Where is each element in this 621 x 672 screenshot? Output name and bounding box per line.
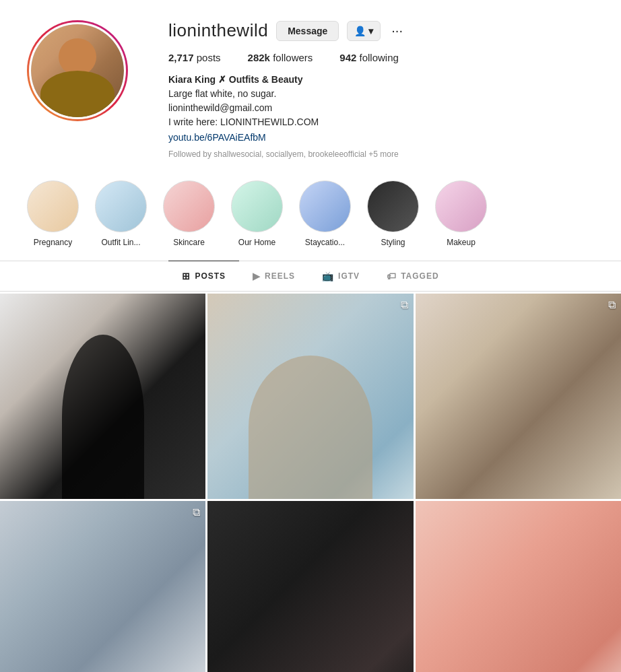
posts-stat[interactable]: 2,717 posts xyxy=(168,52,221,63)
following-label: following xyxy=(360,52,399,63)
post-item-2[interactable]: ⧉ xyxy=(207,294,413,499)
tab-icon-reels: ▶ xyxy=(253,271,261,281)
profile-section: lioninthewild Message 👤 ▾ ··· 2,717 post… xyxy=(0,0,621,174)
highlight-item-outfit[interactable]: Outfit Lin... xyxy=(95,180,147,247)
avatar-wrapper xyxy=(27,20,128,121)
avatar xyxy=(29,22,126,119)
highlights-row: PregnancyOutfit Lin...SkincareOur HomeSt… xyxy=(27,180,594,247)
bio-line2: I write here: LIONINTHEWILD.COM xyxy=(168,115,594,129)
tab-reels[interactable]: ▶REELS xyxy=(239,261,308,291)
followers-stat[interactable]: 282k followers xyxy=(248,52,313,63)
follow-icon: 👤 xyxy=(354,26,366,36)
tab-icon-igtv: 📺 xyxy=(322,271,334,281)
bio-name: Kiara King ✗ Outfits & Beauty xyxy=(168,73,594,87)
tab-icon-tagged: 🏷 xyxy=(387,271,397,281)
post-item-6[interactable] xyxy=(416,501,621,672)
more-options-button[interactable]: ··· xyxy=(389,23,405,38)
tab-label-tagged: TAGGED xyxy=(401,271,438,281)
profile-top: lioninthewild Message 👤 ▾ ··· xyxy=(168,20,594,41)
post-overlay-icon-4: ⧉ xyxy=(193,506,200,518)
stats-row: 2,717 posts 282k followers 942 following xyxy=(168,52,594,63)
username: lioninthewild xyxy=(168,20,268,41)
tab-tagged[interactable]: 🏷TAGGED xyxy=(373,261,452,291)
following-count: 942 xyxy=(339,52,356,63)
tab-posts[interactable]: ⊞POSTS xyxy=(168,261,239,291)
highlight-item-staycation[interactable]: Staycatio... xyxy=(299,180,351,247)
highlight-label-styling: Styling xyxy=(381,238,405,247)
follow-button[interactable]: 👤 ▾ xyxy=(347,21,381,41)
tab-icon-posts: ⊞ xyxy=(182,271,191,281)
tabs-section: ⊞POSTS▶REELS📺IGTV🏷TAGGED xyxy=(0,261,621,292)
posts-grid: ⧉⧉⧉⧉🔵 xyxy=(0,292,621,672)
followers-label: followers xyxy=(273,52,313,63)
highlight-label-staycation: Staycatio... xyxy=(305,238,345,247)
highlight-circle-makeup xyxy=(435,180,487,232)
bio-email: lioninthewild@gmail.com xyxy=(168,101,594,115)
post-item-1[interactable] xyxy=(0,294,205,499)
tab-label-reels: REELS xyxy=(265,271,295,281)
profile-info: lioninthewild Message 👤 ▾ ··· 2,717 post… xyxy=(168,20,594,160)
bio-followed-by: Followed by shallwesocial, sociallyem, b… xyxy=(168,148,594,160)
highlight-circle-outfit xyxy=(95,180,147,232)
highlight-circle-styling xyxy=(367,180,419,232)
highlights-section: PregnancyOutfit Lin...SkincareOur HomeSt… xyxy=(0,174,621,261)
following-stat[interactable]: 942 following xyxy=(339,52,399,63)
message-button[interactable]: Message xyxy=(276,21,339,41)
highlight-item-home[interactable]: Our Home xyxy=(231,180,283,247)
highlight-item-styling[interactable]: Styling xyxy=(367,180,419,247)
highlight-label-pregnancy: Pregnancy xyxy=(34,238,72,247)
highlight-label-outfit: Outfit Lin... xyxy=(101,238,140,247)
highlight-label-makeup: Makeup xyxy=(447,238,476,247)
chevron-down-icon: ▾ xyxy=(368,26,373,36)
posts-count: 2,717 xyxy=(168,52,194,63)
tab-igtv[interactable]: 📺IGTV xyxy=(308,261,373,291)
post-overlay-icon-3: ⧉ xyxy=(608,299,616,311)
post-item-5[interactable] xyxy=(207,501,413,672)
post-item-3[interactable]: ⧉ xyxy=(416,294,621,499)
highlight-circle-pregnancy xyxy=(27,180,79,232)
tab-label-igtv: IGTV xyxy=(338,271,360,281)
highlight-circle-skincare xyxy=(163,180,215,232)
post-item-4[interactable]: ⧉ xyxy=(0,501,205,672)
followers-count: 282k xyxy=(248,52,270,63)
tab-label-posts: POSTS xyxy=(195,271,226,281)
highlight-item-makeup[interactable]: Makeup xyxy=(435,180,487,247)
bio-line1: Large flat white, no sugar. xyxy=(168,87,594,101)
bio-section: Kiara King ✗ Outfits & Beauty Large flat… xyxy=(168,73,594,160)
highlight-item-skincare[interactable]: Skincare xyxy=(163,180,215,247)
posts-label: posts xyxy=(197,52,221,63)
highlight-circle-home xyxy=(231,180,283,232)
highlight-circle-staycation xyxy=(299,180,351,232)
highlight-label-skincare: Skincare xyxy=(173,238,205,247)
bio-link[interactable]: youtu.be/6PAVAiEAfbM xyxy=(168,132,266,143)
highlight-label-home: Our Home xyxy=(238,238,275,247)
avatar-photo xyxy=(31,24,124,117)
post-overlay-icon-2: ⧉ xyxy=(401,299,408,311)
highlight-item-pregnancy[interactable]: Pregnancy xyxy=(27,180,79,247)
